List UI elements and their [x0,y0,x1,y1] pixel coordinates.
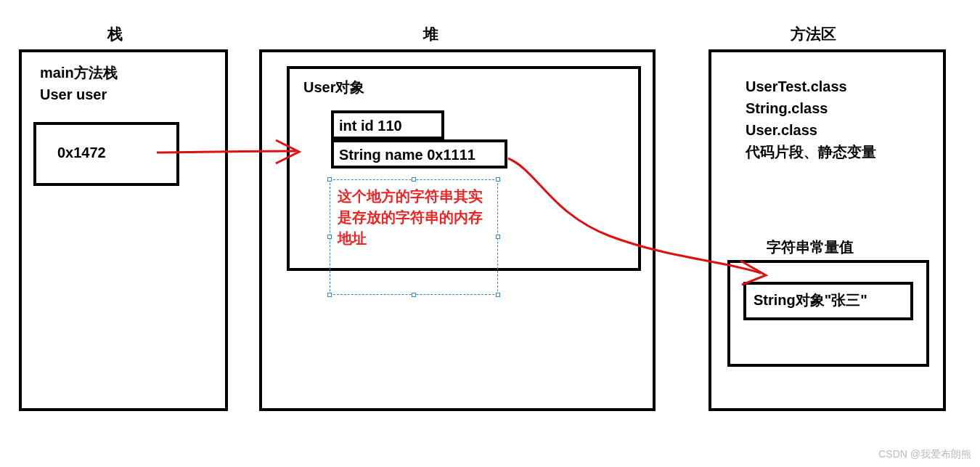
watermark: CSDN @我爱布朗熊 [878,448,971,461]
arrow-heap-to-stringpool [0,0,980,467]
diagram-canvas: 栈 堆 方法区 main方法栈 User user 0x1472 User对象 … [0,0,980,467]
